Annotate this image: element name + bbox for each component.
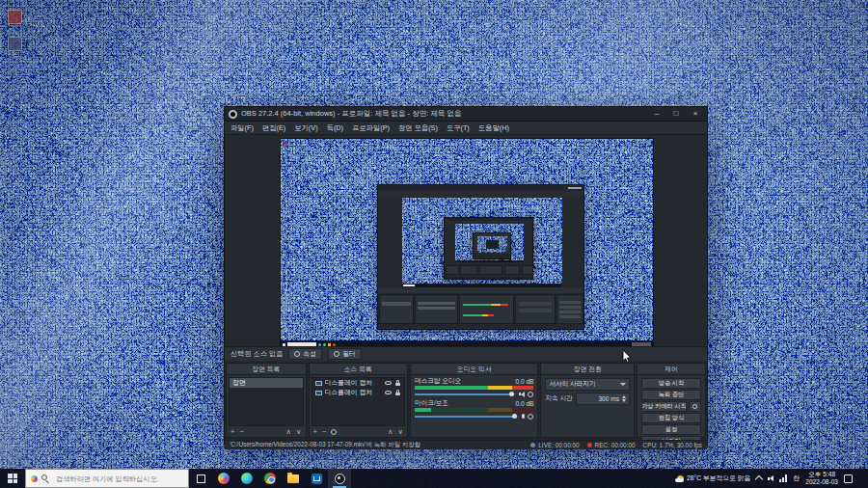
task-view-button[interactable]	[189, 469, 212, 488]
duration-spinbox[interactable]: 300 ms	[576, 393, 630, 405]
source-list-item[interactable]: 디스플레이 캡처	[312, 378, 405, 388]
remove-scene-button[interactable]: −	[239, 427, 243, 436]
filter-icon	[334, 351, 339, 357]
controls-dock-title: 제어	[637, 364, 705, 375]
live-indicator: LIVE: 00:00:00	[530, 442, 579, 448]
channel-gear-icon[interactable]	[528, 414, 533, 420]
slider-handle[interactable]	[509, 392, 514, 396]
add-scene-button[interactable]: +	[231, 427, 234, 436]
remove-source-button[interactable]: −	[322, 427, 326, 436]
settings-button[interactable]: 설정	[641, 424, 701, 435]
chrome-button[interactable]	[258, 469, 282, 488]
volume-meter	[415, 386, 533, 390]
source-down-button[interactable]: ∨	[398, 427, 404, 436]
menu-help[interactable]: 도움말(H)	[478, 123, 509, 133]
window-title: OBS 27.2.4 (64-bit, windows) - 프로파일: 제목 …	[241, 109, 645, 119]
network-icon[interactable]	[779, 474, 787, 482]
obs-docks: 장면 목록 장면 + − ∧ ∨ 소스 목록 디스플레이 캡처	[225, 361, 707, 440]
taskbar-clock[interactable]: 오후 5:48 2022-08-03	[805, 471, 838, 486]
taskbar-search-box[interactable]	[25, 469, 189, 488]
start-streaming-button[interactable]: 방송 시작	[641, 378, 701, 389]
virtual-camera-button[interactable]: 가상 카메라 시작	[641, 401, 687, 412]
studio-mode-button[interactable]: 편집 방식	[641, 413, 701, 423]
chat-button[interactable]	[212, 469, 235, 488]
menu-view[interactable]: 보기(V)	[294, 123, 317, 133]
file-explorer-button[interactable]	[282, 469, 305, 488]
properties-button[interactable]: 속성	[288, 348, 322, 360]
source-up-button[interactable]: ∧	[388, 427, 393, 436]
transitions-dock-title: 장면 전환	[541, 364, 634, 375]
add-source-button[interactable]: +	[313, 427, 317, 436]
menu-edit[interactable]: 편집(E)	[262, 123, 285, 133]
mixer-channel-desktop-audio: 데스크탑 오디오 0.0 dB	[415, 377, 533, 397]
speaker-icon[interactable]	[519, 392, 525, 397]
display-capture-icon	[315, 391, 322, 395]
chevron-down-icon	[620, 383, 626, 386]
visibility-eye-icon[interactable]	[385, 391, 392, 394]
transitions-dock: 장면 전환 서서히 사라지기 지속 시간 300 ms	[540, 363, 635, 438]
source-list-item[interactable]: 디스플레이 캡처	[312, 388, 405, 397]
menu-docks[interactable]: 독(D)	[327, 123, 343, 133]
slider-handle[interactable]	[512, 414, 517, 419]
filters-button[interactable]: 필터	[328, 348, 362, 360]
mixer-channel-mic-aux: 마이크/보조 0.0 dB	[415, 399, 533, 420]
maximize-button[interactable]: □	[668, 109, 684, 120]
transition-dropdown[interactable]: 서서히 사라지기	[545, 378, 630, 391]
system-tray: 28°C 부분적으로 맑음 한 오후 5:48 2022-08-03	[673, 469, 868, 488]
preview-recursion-level-2	[402, 198, 562, 287]
start-button[interactable]	[0, 469, 25, 488]
live-dot-icon	[530, 443, 535, 447]
scenes-toolbar: + − ∧ ∨	[227, 426, 306, 437]
scene-down-button[interactable]: ∨	[296, 427, 302, 436]
scenes-dock: 장면 목록 장면 + − ∧ ∨	[226, 363, 307, 438]
audio-mixer-dock: 오디오 믹서 데스크탑 오디오 0.0 dB	[410, 363, 538, 438]
volume-meter	[415, 408, 533, 412]
edge-button[interactable]	[235, 469, 258, 488]
windows-taskbar: 28°C 부분적으로 맑음 한 오후 5:48 2022-08-03	[0, 469, 868, 488]
search-input[interactable]	[54, 474, 183, 484]
performance-stats: CPU: 1.7%, 30.00 fps	[643, 442, 702, 448]
spinner-arrows-icon[interactable]	[622, 395, 626, 402]
obs-taskbar-button[interactable]	[328, 469, 351, 488]
hidden-icons-chevron[interactable]	[755, 475, 763, 483]
channel-gear-icon[interactable]	[528, 392, 533, 397]
menu-profile[interactable]: 프로파일(P)	[352, 123, 390, 133]
weather-text: 28°C 부분적으로 맑음	[687, 474, 751, 483]
close-button[interactable]: ×	[688, 109, 703, 120]
virtual-camera-config-button[interactable]	[689, 401, 701, 412]
menu-scene-collection[interactable]: 장면 모음(S)	[398, 123, 438, 133]
volume-slider[interactable]	[415, 391, 533, 397]
preview-recursion-level-3	[455, 224, 524, 262]
visibility-eye-icon[interactable]	[385, 381, 392, 385]
edge-icon	[241, 473, 253, 484]
obs-menubar: 파일(F) 편집(E) 보기(V) 독(D) 프로파일(P) 장면 모음(S) …	[225, 122, 707, 135]
store-button[interactable]	[305, 469, 328, 488]
obs-app-icon	[229, 110, 237, 119]
desktop-icon[interactable]	[8, 37, 22, 51]
minimize-button[interactable]: –	[649, 109, 665, 120]
scene-list-item[interactable]: 장면	[230, 378, 303, 388]
scene-up-button[interactable]: ∧	[286, 427, 292, 436]
source-properties-gear-icon[interactable]	[331, 429, 337, 435]
ime-indicator[interactable]: 한	[793, 474, 800, 483]
stop-recording-button[interactable]: 녹화 중단	[641, 390, 701, 400]
obs-titlebar[interactable]: OBS 27.2.4 (64-bit, windows) - 프로파일: 제목 …	[225, 107, 707, 122]
volume-slider[interactable]	[415, 413, 533, 420]
volume-tray-icon[interactable]	[768, 475, 773, 481]
action-center-icon[interactable]	[844, 474, 853, 483]
obs-icon	[335, 474, 345, 484]
desktop: OBS 27.2.4 (64-bit, windows) - 프로파일: 제목 …	[0, 0, 868, 488]
preview-recursion-level-1	[281, 139, 653, 346]
search-highlights-icon	[31, 475, 38, 482]
microphone-icon[interactable]	[522, 414, 525, 419]
desktop-icon[interactable]	[8, 10, 22, 24]
obs-preview-canvas[interactable]	[281, 139, 653, 346]
menu-tools[interactable]: 도구(T)	[447, 123, 470, 133]
lock-icon[interactable]	[394, 390, 401, 395]
menu-file[interactable]: 파일(F)	[231, 123, 254, 133]
task-view-icon	[197, 474, 205, 483]
lock-icon[interactable]	[394, 380, 401, 386]
weather-widget[interactable]: 28°C 부분적으로 맑음	[677, 474, 751, 483]
chrome-icon	[264, 473, 276, 484]
scenes-dock-title: 장면 목록	[227, 364, 306, 375]
